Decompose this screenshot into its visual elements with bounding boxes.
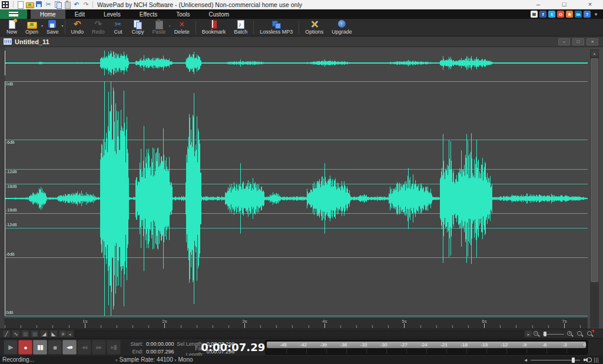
output-volume: ◂	[524, 356, 598, 363]
fade-out-tool-icon[interactable]: ◣	[49, 330, 58, 337]
save-file-icon[interactable]	[35, 1, 43, 8]
like-icon[interactable]	[531, 11, 538, 18]
tab-effects[interactable]: Effects	[130, 9, 167, 19]
meter-tick-0: 0	[584, 342, 586, 348]
lossless-mp3-button[interactable]: Lossless MP3	[256, 19, 297, 36]
pause-button[interactable]: ▮▮	[33, 340, 47, 355]
delete-button[interactable]: ×Delete	[170, 19, 194, 36]
rewind-button: ◂◂	[77, 340, 91, 355]
draw-tool-icon[interactable]: ╱	[2, 330, 11, 337]
level-meter-bars	[267, 349, 586, 353]
volume-slider[interactable]	[531, 357, 580, 363]
scrub-button[interactable]: ◂●	[62, 340, 77, 355]
tab-edit[interactable]: Edit	[65, 9, 94, 19]
scroll-left-arrow[interactable]: ◂	[66, 330, 74, 337]
app-icon	[2, 1, 9, 8]
cut-button[interactable]: ✂Cut	[109, 19, 128, 36]
tab-tools[interactable]: Tools	[167, 9, 199, 19]
tab-home[interactable]: Home	[31, 9, 65, 19]
zoom-selection-icon[interactable]	[577, 330, 584, 338]
fade-in-tool-icon[interactable]: ◢	[40, 330, 48, 337]
waveform-display[interactable]	[5, 78, 588, 318]
new-file-icon[interactable]	[16, 1, 24, 8]
doc-close-button[interactable]: ×	[587, 38, 598, 45]
vscroll-track[interactable]	[590, 57, 599, 327]
save-label: Save	[47, 29, 59, 35]
left-margin	[0, 47, 5, 329]
speaker-icon[interactable]	[584, 357, 591, 363]
zoom-out-icon[interactable]: −	[533, 330, 541, 338]
open-label: Open	[25, 29, 38, 35]
status-recording: Recording...	[2, 356, 34, 363]
window-close-button[interactable]: ×	[577, 0, 603, 9]
level-meter: -45-42-39-36-33-30-27-24-21-18-15-12-9-6…	[265, 340, 588, 355]
hscroll-track[interactable]	[75, 330, 524, 337]
document-title: Untitled_11	[15, 38, 49, 45]
paste-label: Paste	[153, 29, 166, 35]
dropdown-arrow-icon[interactable]: ▾	[62, 24, 64, 28]
scroll-right-arrow[interactable]: ▸	[525, 330, 532, 337]
google-plus-icon[interactable]: G	[557, 11, 564, 18]
vertical-scrollbar[interactable]: ▴ ▾	[590, 49, 599, 335]
select-region-tool-icon: ▦	[21, 330, 29, 337]
fast-forward-button: ▸▸	[92, 340, 106, 355]
stop-button[interactable]: ■	[48, 340, 62, 355]
status-sample-rate[interactable]: ▾Sample Rate: 44100	[115, 356, 173, 363]
waveform-overview[interactable]	[5, 49, 588, 77]
zoom-full-icon[interactable]	[587, 330, 594, 338]
redo-label: Redo	[92, 29, 105, 35]
window-maximize-button[interactable]: □	[551, 0, 577, 9]
linkedin-icon[interactable]: in	[575, 11, 582, 18]
window-minimize-button[interactable]: –	[525, 0, 551, 9]
copy-icon[interactable]	[54, 1, 62, 8]
transport-bar: ▶●▮▮■◂●◂◂▸▸▸▮ Start: 0:00:00.000 Sel Len…	[0, 338, 603, 356]
meter-tick-12: -12	[501, 342, 508, 348]
cut-icon[interactable]: ✂	[44, 1, 52, 8]
save-button[interactable]: Save▾	[42, 19, 63, 36]
rate-icon[interactable]: ★	[566, 11, 573, 18]
help-icon[interactable]: ?	[584, 11, 591, 18]
tab-custom[interactable]: Custom	[200, 9, 238, 19]
meter-tick-15: -15	[481, 342, 488, 348]
open-file-icon[interactable]	[25, 1, 34, 8]
meter-tick-39: -39	[320, 342, 327, 348]
meter-tick-42: -42	[300, 342, 307, 348]
undo-button[interactable]: ↶Undo	[67, 19, 88, 36]
transport-buttons: ▶●▮▮■◂●◂◂▸▸▸▮	[4, 340, 121, 355]
batch-button[interactable]: Batch	[230, 19, 251, 36]
record-button[interactable]: ●	[18, 340, 32, 355]
scrub-tool-icon[interactable]: ∿	[12, 330, 20, 337]
cut-label: Cut	[114, 29, 122, 35]
status-channels[interactable]: ▾Mono	[174, 356, 193, 363]
paste-icon[interactable]	[63, 1, 71, 8]
document-titlebar: Untitled_11 – □ ×	[0, 37, 603, 47]
scroll-up-arrow[interactable]: ▴	[590, 49, 599, 57]
bookmark-label: Bookmark	[202, 29, 226, 35]
options-button[interactable]: Options	[301, 19, 327, 36]
doc-maximize-button[interactable]: □	[572, 38, 584, 45]
timeline-ruler[interactable]	[5, 318, 588, 329]
twitter-icon[interactable]: t	[548, 11, 555, 18]
upgrade-button[interactable]: Upgrade	[327, 19, 356, 36]
snap-tool-icon: ▩	[31, 330, 39, 337]
copy-button[interactable]: Copy	[128, 19, 148, 36]
meter-tick-33: -33	[360, 342, 367, 348]
doc-minimize-button[interactable]: –	[558, 38, 570, 45]
play-button[interactable]: ▶	[4, 340, 18, 355]
undo-icon[interactable]: ↶	[72, 1, 81, 8]
new-button[interactable]: New	[2, 19, 21, 36]
main-menu-button[interactable]	[0, 9, 27, 19]
zoom-in-icon[interactable]: +	[566, 330, 574, 338]
open-button[interactable]: Open▾	[21, 19, 42, 36]
facebook-icon[interactable]: f	[539, 11, 546, 18]
zoom-slider[interactable]	[543, 333, 564, 335]
more-icon[interactable]: ▾	[592, 11, 599, 18]
redo-icon[interactable]: ↷	[82, 1, 90, 8]
bookmark-button[interactable]: Bookmark	[198, 19, 230, 36]
paste-button: Paste▾	[148, 19, 170, 36]
volume-min-icon[interactable]: ◂	[524, 356, 527, 363]
vscroll-thumb[interactable]	[591, 58, 598, 282]
tab-levels[interactable]: Levels	[94, 9, 130, 19]
cut-icon: ✂	[113, 19, 124, 29]
start-label: Start:	[118, 341, 143, 347]
